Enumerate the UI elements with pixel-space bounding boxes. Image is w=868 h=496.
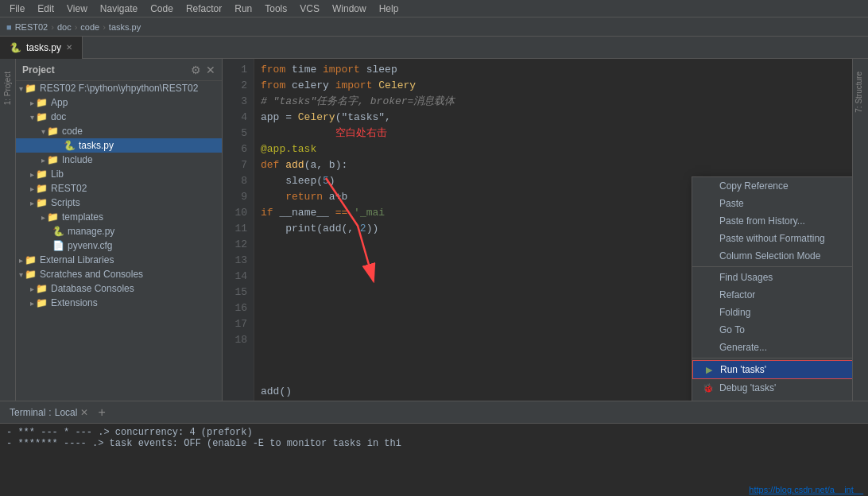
line-number: 1: [223, 62, 247, 78]
python-file-icon: 🐍: [52, 226, 64, 237]
context-menu-item[interactable]: ▶ Run 'tasks' Ctrl+Shift+F10: [692, 360, 852, 379]
structure-tab[interactable]: 7: Structure: [853, 67, 865, 118]
context-menu-item[interactable]: Generate... Alt+Insert: [692, 339, 852, 356]
context-item-icon: ▶: [703, 365, 715, 375]
tree-item[interactable]: ▸📁Extensions: [16, 296, 222, 310]
tree-item[interactable]: ▸📁App: [16, 95, 222, 110]
editor-area[interactable]: 123456789101112131415161718 from time im…: [223, 59, 852, 401]
line-number: 8: [223, 173, 247, 189]
project-tab[interactable]: 1: Project: [2, 67, 14, 110]
menu-code[interactable]: Code: [144, 2, 180, 16]
sidebar-title: Project: [22, 64, 55, 76]
folder-icon: 📁: [25, 254, 37, 265]
line-number: 3: [223, 94, 247, 110]
editor-tab-tasks[interactable]: 🐍 tasks.py ✕: [0, 37, 83, 59]
tree-item-label: External Libraries: [40, 254, 114, 265]
context-item-left: Paste: [702, 198, 744, 209]
context-menu-item[interactable]: Refactor ›: [692, 286, 852, 304]
tree-item[interactable]: ▸📁Database Consoles: [16, 281, 222, 296]
menu-refactor[interactable]: Refactor: [180, 2, 228, 16]
line-number: 7: [223, 157, 247, 173]
terminal-panel: Terminal: Local ✕ + - *** --- * --- .> c…: [0, 401, 868, 496]
code-line: from time import sleep: [261, 62, 846, 78]
tree-item-label: REST02 F:\python\yhpython\REST02: [40, 83, 198, 94]
tree-item[interactable]: 🐍tasks.py: [16, 138, 222, 153]
tree-item[interactable]: ▸📁Include: [16, 153, 222, 167]
context-item-label: Copy Reference: [719, 180, 789, 192]
tree-item[interactable]: ▸📁templates: [16, 210, 222, 224]
breadcrumb-rest02[interactable]: REST02: [15, 22, 48, 32]
menu-file[interactable]: File: [3, 2, 31, 16]
context-menu-item[interactable]: 🐞 Debug 'tasks': [692, 379, 852, 397]
context-menu-item[interactable]: Paste Ctrl+V: [692, 195, 852, 212]
context-menu-item[interactable]: Go To ›: [692, 321, 852, 339]
context-item-label: Find Usages: [719, 272, 773, 283]
terminal-close[interactable]: ✕: [80, 407, 88, 418]
terminal-content[interactable]: - *** --- * --- .> concurrency: 4 (prefo…: [0, 424, 868, 496]
folder-icon: 📁: [47, 154, 59, 165]
context-item-label: Refactor: [719, 289, 755, 300]
context-item-left: Column Selection Mode: [702, 250, 820, 262]
folder-icon: 📁: [36, 197, 48, 208]
line-number: 10: [223, 205, 247, 221]
context-menu-item[interactable]: Paste without Formatting Ctrl+Alt+Shift+…: [692, 230, 852, 247]
tree-item[interactable]: ▸📁Scripts: [16, 196, 222, 210]
folder-icon: 📁: [47, 211, 59, 223]
tree-arrow-icon: ▸: [30, 99, 34, 107]
menu-run[interactable]: Run: [228, 2, 258, 16]
code-line: app = Celery("tasks",: [261, 110, 846, 126]
tab-close-button[interactable]: ✕: [66, 43, 72, 52]
breadcrumb-doc[interactable]: doc: [57, 22, 72, 32]
line-number: 16: [223, 300, 247, 316]
url-link[interactable]: https://blog.csdn.net/a__int__: [744, 483, 868, 496]
tree-item[interactable]: ▾📁doc: [16, 110, 222, 124]
context-item-left: ⏱ Run 'tasks' with Coverage: [702, 400, 829, 401]
terminal-add-button[interactable]: +: [98, 405, 105, 420]
tree-item[interactable]: ▸📁External Libraries: [16, 253, 222, 267]
context-menu-item[interactable]: Copy Reference Ctrl+Alt+Shift+C: [692, 177, 852, 195]
tree-item[interactable]: ▾📁code: [16, 124, 222, 138]
menu-tools[interactable]: Tools: [258, 2, 293, 16]
context-item-label: Debug 'tasks': [719, 382, 776, 393]
menu-bar: File Edit View Navigate Code Refactor Ru…: [0, 0, 868, 17]
python-file-icon: 🐍: [64, 140, 76, 151]
line-number: 5: [223, 126, 247, 141]
menu-edit[interactable]: Edit: [31, 2, 60, 16]
tab-label: tasks.py: [26, 42, 61, 53]
context-item-left: Copy Reference: [702, 180, 789, 192]
context-menu-item[interactable]: Folding ›: [692, 304, 852, 321]
tree-item-label: Lib: [51, 169, 64, 180]
context-item-left: Folding: [702, 307, 750, 318]
sidebar-header: Project ⚙ ✕: [16, 59, 222, 81]
context-item-label: Paste without Formatting: [719, 233, 825, 244]
tree-item[interactable]: ▸📁REST02: [16, 181, 222, 196]
settings-icon[interactable]: ⚙: [191, 64, 201, 76]
tree-arrow-icon: ▾: [41, 127, 45, 136]
breadcrumb-code[interactable]: code: [80, 22, 99, 32]
menu-window[interactable]: Window: [326, 2, 373, 16]
tree-item[interactable]: ▾📁REST02 F:\python\yhpython\REST02: [16, 81, 222, 95]
project-sidebar: Project ⚙ ✕ ▾📁REST02 F:\python\yhpython\…: [16, 59, 223, 401]
tree-item[interactable]: 📄pyvenv.cfg: [16, 238, 222, 253]
context-menu-item[interactable]: Find Usages Alt+F7: [692, 269, 852, 286]
context-menu-item[interactable]: Paste from History... Ctrl+Shift+V: [692, 212, 852, 230]
code-line: # "tasks"任务名字, broker=消息载体: [261, 94, 846, 110]
menu-help[interactable]: Help: [373, 2, 405, 16]
tree-item-label: Scratches and Consoles: [40, 269, 143, 280]
menu-navigate[interactable]: Navigate: [94, 2, 144, 16]
context-menu-item[interactable]: ⏱ Run 'tasks' with Coverage: [692, 397, 852, 401]
tree-item[interactable]: ▸📁Lib: [16, 167, 222, 181]
tree-arrow-icon: ▸: [30, 170, 34, 179]
code-line: @app.task: [261, 141, 846, 157]
breadcrumb-file[interactable]: tasks.py: [109, 22, 141, 32]
menu-view[interactable]: View: [60, 2, 94, 16]
left-edge-panel: 1: Project: [0, 59, 16, 401]
context-menu-item[interactable]: Column Selection Mode Alt+Shift+Insert: [692, 247, 852, 265]
tree-item[interactable]: ▾📁Scratches and Consoles: [16, 267, 222, 281]
line-number: 2: [223, 78, 247, 94]
terminal-tab[interactable]: Terminal: Local ✕: [6, 407, 91, 418]
tree-item[interactable]: 🐍manage.py: [16, 224, 222, 238]
close-icon[interactable]: ✕: [206, 64, 215, 76]
menu-vcs[interactable]: VCS: [293, 2, 326, 16]
line-number: 14: [223, 269, 247, 285]
